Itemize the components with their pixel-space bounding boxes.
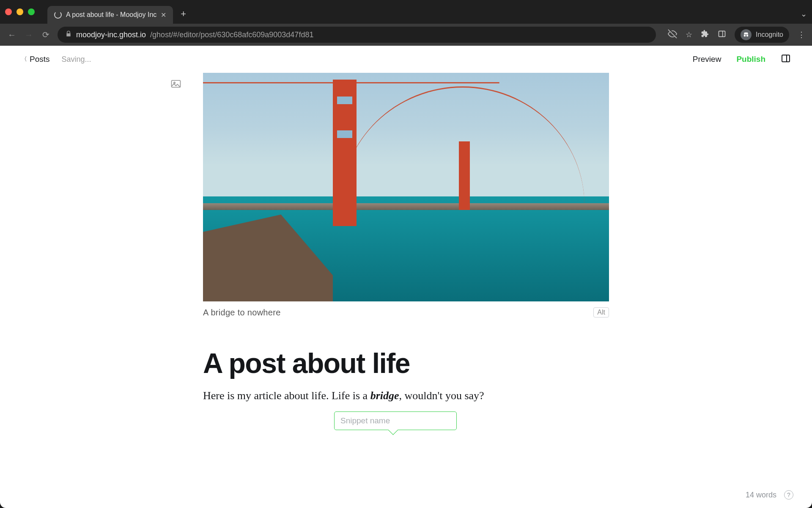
snippet-name-input[interactable] [340, 416, 450, 425]
publish-button[interactable]: Publish [736, 55, 765, 64]
svg-point-3 [746, 35, 749, 37]
browser-toolbar: ← → ⟳ moodjoy-inc.ghost.io/ghost/#/edito… [0, 24, 812, 46]
star-icon[interactable]: ☆ [686, 30, 692, 39]
nav-back-button[interactable]: ← [7, 30, 17, 40]
post-title-input[interactable]: A post about life [203, 347, 609, 379]
new-tab-button[interactable]: + [181, 8, 186, 19]
save-status: Saving... [62, 55, 91, 64]
incognito-icon [741, 29, 752, 40]
snippet-name-popover [334, 411, 457, 430]
window-zoom-button[interactable] [28, 8, 35, 15]
kebab-menu-icon[interactable]: ⋮ [798, 30, 805, 39]
body-text-prefix: Here is my article about life. Life is a [203, 389, 370, 402]
window-controls [5, 8, 35, 15]
tab-title: A post about life - Moodjoy Inc [66, 11, 156, 19]
tabs-dropdown-icon[interactable]: ⌄ [801, 9, 807, 19]
window-close-button[interactable] [5, 8, 12, 15]
svg-rect-0 [719, 31, 725, 36]
editor-header: 〈 Posts Saving... Preview Publish [0, 46, 812, 73]
loading-spinner-icon [54, 11, 62, 19]
nav-reload-button[interactable]: ⟳ [41, 30, 51, 40]
back-label: Posts [30, 55, 50, 64]
feature-image-picker-icon[interactable] [170, 78, 182, 91]
help-icon[interactable]: ? [784, 490, 793, 500]
browser-tab[interactable]: A post about life - Moodjoy Inc ✕ [47, 6, 173, 24]
alt-text-button[interactable]: Alt [593, 307, 609, 318]
chevron-left-icon: 〈 [21, 55, 27, 63]
side-panel-icon[interactable] [718, 30, 726, 40]
lock-icon [65, 30, 72, 39]
body-text-suffix: , wouldn't you say? [399, 389, 484, 402]
image-caption[interactable]: A bridge to nowhere [203, 308, 281, 318]
editor-footer: 14 words ? [746, 490, 793, 500]
settings-panel-toggle[interactable] [781, 53, 791, 65]
url-domain: moodjoy-inc.ghost.io [76, 30, 146, 39]
post-body[interactable]: Here is my article about life. Life is a… [203, 389, 609, 402]
browser-titlebar: A post about life - Moodjoy Inc ✕ + ⌄ [0, 0, 812, 24]
incognito-label: Incognito [756, 31, 783, 39]
incognito-badge[interactable]: Incognito [735, 27, 789, 43]
window-minimize-button[interactable] [16, 8, 23, 15]
ghost-editor: 〈 Posts Saving... Preview Publish [0, 46, 812, 508]
body-text-emphasis: bridge [370, 389, 399, 402]
svg-rect-4 [782, 55, 790, 62]
extensions-icon[interactable] [701, 30, 709, 40]
back-to-posts-link[interactable]: 〈 Posts [21, 55, 50, 64]
preview-button[interactable]: Preview [693, 55, 721, 64]
word-count: 14 words [746, 491, 776, 500]
nav-forward-button[interactable]: → [24, 30, 34, 40]
svg-point-2 [744, 35, 746, 37]
feature-image[interactable] [203, 73, 609, 301]
url-path: /ghost/#/editor/post/630c68afc609a9003d4… [150, 30, 313, 39]
eye-off-icon[interactable] [668, 29, 677, 41]
tab-close-icon[interactable]: ✕ [161, 11, 166, 19]
address-bar[interactable]: moodjoy-inc.ghost.io/ghost/#/editor/post… [58, 27, 656, 43]
